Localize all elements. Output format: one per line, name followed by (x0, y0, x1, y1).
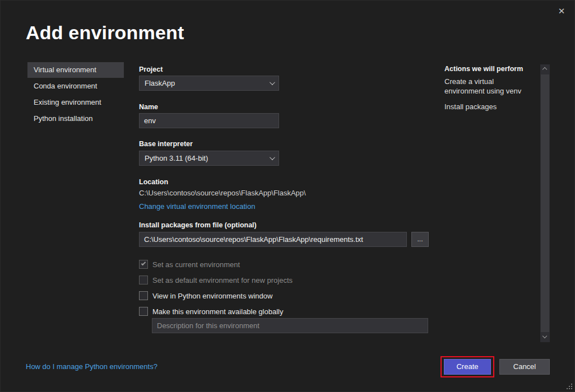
sidebar-item-existing-environment[interactable]: Existing environment (27, 95, 124, 110)
sidebar-item-conda-environment[interactable]: Conda environment (27, 78, 124, 94)
description-input[interactable] (152, 318, 428, 333)
sidebar-item-virtual-environment[interactable]: Virtual environment (27, 62, 124, 78)
actions-panel-title: Actions we will perform (444, 65, 534, 73)
resize-grip-icon[interactable] (565, 382, 573, 390)
environment-type-sidebar: Virtual environment Conda environment Ex… (27, 62, 124, 127)
base-interpreter-label: Base interpreter (139, 140, 193, 148)
actions-panel: Actions we will perform Create a virtual… (444, 65, 534, 118)
action-item: Create a virtual environment using venv (444, 77, 534, 96)
create-button[interactable]: Create (444, 359, 491, 375)
cancel-button[interactable]: Cancel (499, 359, 550, 375)
checkbox-icon[interactable] (139, 276, 148, 284)
vertical-scrollbar[interactable] (540, 64, 550, 342)
scrollbar-thumb[interactable] (541, 74, 549, 332)
sidebar-item-python-installation[interactable]: Python installation (27, 111, 124, 127)
install-packages-label: Install packages from file (optional) (139, 221, 257, 229)
check-icon (141, 261, 146, 265)
base-interpreter-dropdown-value: Python 3.11 (64-bit) (145, 154, 208, 162)
chevron-down-icon (270, 80, 275, 85)
project-label: Project (139, 66, 163, 73)
name-label: Name (139, 103, 158, 111)
chevron-down-icon (270, 155, 275, 160)
close-icon[interactable]: ✕ (555, 5, 568, 17)
location-path: C:\Users\contoso\source\repos\FlaskApp\F… (139, 189, 306, 197)
project-dropdown-value: FlaskApp (145, 79, 175, 87)
checkbox-make-available-globally[interactable]: Make this environment available globally (139, 307, 283, 316)
browse-button[interactable]: ... (411, 232, 429, 247)
checkbox-label: Set as current environment (152, 260, 240, 269)
checkbox-label: View in Python environments window (152, 292, 272, 300)
change-location-link[interactable]: Change virtual environment location (139, 202, 255, 211)
action-item: Install packages (444, 102, 534, 112)
checkbox-label: Set as default environment for new proje… (152, 276, 293, 284)
checkbox-icon[interactable] (139, 291, 148, 300)
base-interpreter-dropdown[interactable]: Python 3.11 (64-bit) (139, 151, 279, 166)
checkbox-view-in-environments-window[interactable]: View in Python environments window (139, 291, 272, 300)
checkbox-icon[interactable] (139, 260, 148, 269)
checkbox-label: Make this environment available globally (152, 307, 283, 316)
scroll-down-icon[interactable] (540, 333, 550, 342)
manage-environments-help-link[interactable]: How do I manage Python environments? (26, 362, 157, 371)
scroll-up-icon[interactable] (540, 64, 550, 74)
checkbox-icon[interactable] (139, 307, 148, 316)
name-input[interactable] (139, 113, 279, 128)
add-environment-dialog: ✕ Add environment Virtual environment Co… (0, 0, 575, 392)
project-dropdown[interactable]: FlaskApp (139, 76, 279, 91)
requirements-file-input[interactable] (139, 232, 407, 247)
checkbox-set-default-environment[interactable]: Set as default environment for new proje… (139, 276, 293, 284)
page-title: Add environment (26, 22, 184, 44)
checkbox-set-current-environment[interactable]: Set as current environment (139, 260, 240, 269)
location-label: Location (139, 178, 168, 186)
